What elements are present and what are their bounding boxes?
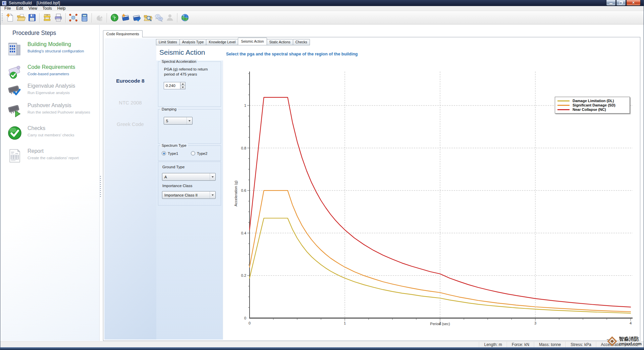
group-label: Spectral Acceleration: [160, 59, 198, 64]
importance-class-select[interactable]: Importance Class II: [162, 191, 216, 199]
status-bar: Length: mForce: kNMass: tonneStress: kPa…: [0, 341, 644, 347]
sidebar-step-eigenvalue-analysis[interactable]: Eigenvalue AnalysisRun Eigenvalue analys…: [7, 83, 97, 99]
spectrum-type1-radio[interactable]: Type1: [162, 151, 191, 156]
spectrum-chart: 00.20.40.60.8101234 Acceleration (g) Per…: [223, 60, 639, 340]
damping-select[interactable]: 5: [164, 117, 193, 125]
sidebar-heading: Procedure Steps: [12, 30, 56, 37]
status-force: Force: kN: [507, 342, 534, 347]
importance-class-label: Importance Class: [162, 184, 192, 188]
toolbar-separator: [107, 13, 107, 23]
restore-button[interactable]: [616, 0, 626, 6]
sidebar-step-code-requirements[interactable]: Code RequirementsCode-based parameters: [7, 64, 97, 80]
tab-analysis-type[interactable]: Analysis Type: [179, 39, 206, 45]
new-file-icon[interactable]: [4, 12, 15, 23]
step-title: Report: [28, 148, 78, 154]
page-title: Seismic Action: [159, 48, 205, 56]
sidebar-step-checks[interactable]: ChecksCarry out members' checks: [7, 125, 97, 141]
step-subtitle: Run the selected Pushover analyses: [28, 110, 90, 114]
menu-edit[interactable]: Edit: [13, 6, 26, 11]
save-icon[interactable]: [26, 12, 38, 23]
legend-swatch: [557, 105, 570, 106]
sidebar-step-pushover-analysis[interactable]: Pushover AnalysisRun the selected Pushov…: [7, 102, 97, 118]
spectral-acceleration-group: Spectral Acceleration PGA (g) referred t…: [158, 61, 221, 107]
chart-legend: Damage Limitation (DL)Significant Damage…: [555, 97, 630, 114]
dropdown-button[interactable]: [186, 117, 192, 124]
toolbar-separator: [65, 13, 66, 23]
step-title: Pushover Analysis: [28, 102, 90, 108]
svg-text:0.4: 0.4: [241, 231, 246, 235]
pga-input[interactable]: [164, 82, 180, 89]
ground-type-select[interactable]: A: [162, 173, 216, 181]
calculator-icon[interactable]: [79, 12, 90, 23]
group-label: Spectrum Type: [160, 143, 188, 148]
step-title: Code Requirements: [28, 64, 75, 70]
manual-book-icon[interactable]: [120, 12, 131, 23]
watermark-text: 智淼消防: [619, 336, 642, 342]
radio-icon: [191, 151, 195, 156]
help-icon[interactable]: ?: [109, 12, 120, 23]
examples-folder-icon[interactable]: [142, 12, 153, 23]
legend-label: Damage Limitation (DL): [573, 99, 614, 103]
step-subtitle: Run Eigenvalue analysis: [28, 91, 75, 95]
tab-checks[interactable]: Checks: [293, 39, 310, 45]
minimize-icon: [609, 3, 612, 4]
dropdown-button[interactable]: [210, 191, 215, 199]
chevron-down-icon: [189, 120, 191, 122]
title-bar: SeismoBuild[Untitled.bpf] ×: [0, 0, 644, 6]
svg-text:1: 1: [244, 103, 246, 107]
website-globe-icon[interactable]: [179, 12, 191, 23]
tab-limit-states[interactable]: Limit States: [156, 39, 179, 45]
sidebar-step-building-modelling[interactable]: Building ModellingBuilding's structural …: [7, 41, 97, 57]
tab-static-actions[interactable]: Static Actions: [267, 39, 293, 45]
pga-label: PGA (g) referred to return period of 475…: [164, 67, 216, 77]
legend-label: Near Collapse (NC): [573, 107, 606, 112]
legend-label: Significant Damage (SD): [573, 103, 615, 107]
step-title: Building Modelling: [28, 41, 84, 47]
open-file-icon[interactable]: [15, 12, 26, 23]
tab-seismic-action[interactable]: Seismic Action: [238, 38, 267, 45]
legend-item: Significant Damage (SD): [555, 103, 630, 107]
svg-text:0: 0: [249, 321, 251, 325]
code-ntc-2008[interactable]: NTC 2008: [104, 100, 156, 105]
x-axis-label: Period (sec): [407, 322, 474, 326]
svg-text:3: 3: [534, 321, 536, 325]
page-subtitle: Select the pga and the spectral shape of…: [226, 52, 358, 56]
report-doc-icon: [7, 148, 23, 164]
code-eurocode-8[interactable]: Eurocode 8: [104, 78, 156, 84]
spectrum-type2-radio[interactable]: Type2: [191, 151, 220, 156]
menu-tools[interactable]: Tools: [40, 6, 55, 11]
legend-item: Near Collapse (NC): [555, 107, 630, 112]
close-button[interactable]: ×: [626, 0, 641, 6]
spin-up-button[interactable]: [180, 82, 185, 86]
menu-file[interactable]: File: [2, 6, 13, 11]
spinner-buttons: [180, 82, 185, 89]
menu-view[interactable]: View: [26, 6, 40, 11]
spin-down-button[interactable]: [180, 86, 185, 89]
report-print-icon[interactable]: [53, 12, 64, 23]
y-axis-label: Acceleration (g): [234, 160, 238, 227]
code-greek-code[interactable]: Greek Code: [104, 121, 156, 127]
settings-tabs: Limit StatesAnalysis TypeKnowledge Level…: [156, 38, 310, 45]
forum-icon[interactable]: [153, 12, 164, 23]
status-stress: Stress: kPa: [566, 342, 596, 347]
group-label: Damping: [160, 107, 178, 112]
building-modeller-icon[interactable]: [42, 12, 53, 23]
sidebar-step-report[interactable]: ReportCreate the calculations' report: [7, 148, 97, 164]
support-icon: [164, 12, 175, 23]
eigenvalue-icon[interactable]: [68, 12, 79, 23]
dropdown-button[interactable]: [210, 173, 215, 180]
legend-swatch: [557, 100, 570, 101]
splitter-grip[interactable]: [100, 176, 101, 197]
status-mass: Mass: tonne: [534, 342, 566, 347]
verification-book-icon[interactable]: [131, 12, 142, 23]
tab-code-requirements[interactable]: Code Requirements: [103, 30, 143, 37]
code-selector: Eurocode 8NTC 2008Greek Code: [104, 38, 156, 340]
status-length: Length: m: [479, 342, 506, 347]
minimize-button[interactable]: [606, 0, 616, 6]
svg-text:0: 0: [244, 316, 246, 320]
tab-knowledge-level[interactable]: Knowledge Level: [206, 39, 238, 45]
site-parameters-group: Ground Type A Importance Class Importanc…: [158, 162, 221, 206]
menu-help[interactable]: Help: [55, 6, 68, 11]
step-title: Checks: [28, 125, 74, 131]
svg-text:?: ?: [113, 15, 116, 20]
